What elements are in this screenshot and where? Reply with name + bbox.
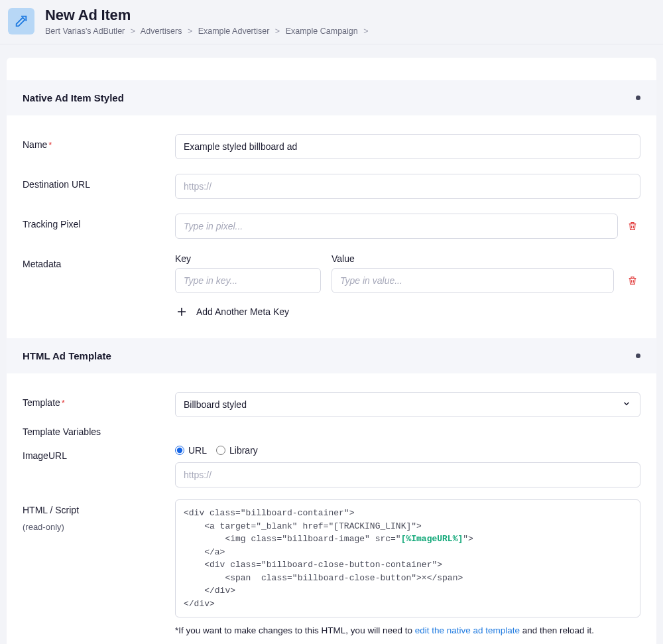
meta-key-input[interactable]	[175, 268, 321, 293]
breadcrumb-link[interactable]: Example Campaign	[286, 27, 358, 36]
template-label: Template*	[23, 392, 175, 408]
chevron-right-icon: >	[275, 27, 280, 36]
breadcrumb-link[interactable]: Example Advertiser	[198, 27, 270, 36]
trash-icon[interactable]	[625, 273, 640, 289]
breadcrumb-link[interactable]: Bert Varias's AdButler	[45, 27, 125, 36]
html-code-readonly: <div class="billboard-container"> <a tar…	[175, 499, 640, 617]
status-dot-icon	[636, 354, 640, 358]
imageurl-label: ImageURL	[23, 445, 175, 461]
chevron-right-icon: >	[363, 27, 368, 36]
radio-library[interactable]: Library	[216, 445, 258, 456]
template-variables-label: Template Variables	[23, 426, 640, 437]
breadcrumb: Bert Varias's AdButler > Advertisers > E…	[45, 27, 372, 36]
chevron-right-icon: >	[131, 27, 135, 36]
name-input[interactable]	[175, 134, 640, 159]
page-title: New Ad Item	[45, 7, 372, 24]
breadcrumb-link[interactable]: Advertisers	[141, 27, 182, 36]
edit-icon	[8, 8, 34, 34]
main-card: Native Ad Item Styled Name* Destination …	[7, 58, 656, 644]
destination-url-label: Destination URL	[23, 174, 175, 190]
page-header: New Ad Item Bert Varias's AdButler > Adv…	[0, 0, 663, 44]
html-script-label: HTML / Script (read-only)	[23, 499, 175, 532]
html-footnote: *If you want to make changes to this HTM…	[175, 625, 640, 635]
meta-value-input[interactable]	[332, 268, 614, 293]
imageurl-input[interactable]	[175, 462, 640, 487]
tracking-pixel-label: Tracking Pixel	[23, 214, 175, 229]
add-meta-key-button[interactable]: Add Another Meta Key	[175, 305, 640, 318]
meta-key-header: Key	[175, 253, 321, 264]
name-label: Name*	[23, 134, 175, 150]
template-select[interactable]	[175, 392, 640, 417]
trash-icon[interactable]	[625, 218, 640, 234]
meta-value-header: Value	[332, 253, 614, 264]
edit-template-link[interactable]: edit the native ad template	[415, 625, 520, 635]
tracking-pixel-input[interactable]	[175, 214, 618, 239]
destination-url-input[interactable]	[175, 174, 640, 199]
section-header-native: Native Ad Item Styled	[7, 80, 656, 115]
chevron-right-icon: >	[188, 27, 192, 36]
plus-icon	[175, 305, 188, 318]
radio-url[interactable]: URL	[175, 445, 207, 456]
section-header-template: HTML Ad Template	[7, 338, 656, 373]
metadata-label: Metadata	[23, 253, 175, 269]
status-dot-icon	[636, 96, 640, 100]
